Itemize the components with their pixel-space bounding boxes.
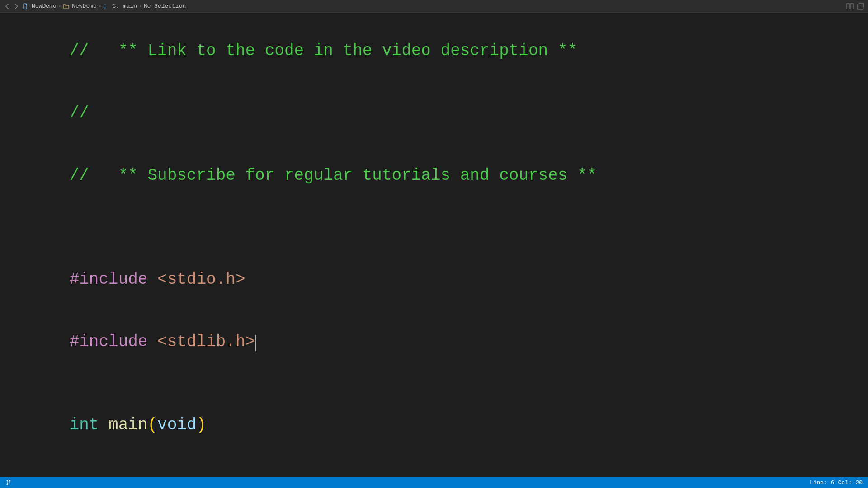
- titlebar: NewDemo › NewDemo › C C: main › No Selec…: [0, 0, 868, 13]
- code-icon: C: [103, 3, 109, 9]
- svg-text:C: C: [103, 4, 106, 9]
- breadcrumb-file[interactable]: C: main: [112, 3, 137, 9]
- breadcrumb: NewDemo › NewDemo › C C: main › No Selec…: [23, 3, 186, 9]
- comment-text-1: // ** Link to the code in the video desc…: [70, 42, 577, 60]
- file-icon: [23, 3, 29, 9]
- statusbar-right: Line: 6 Col: 20: [810, 479, 863, 486]
- back-button[interactable]: [4, 3, 11, 10]
- code-line-4: [11, 207, 857, 228]
- code-line-8: [11, 373, 857, 394]
- forward-button[interactable]: [13, 3, 20, 10]
- svg-rect-2: [847, 4, 849, 9]
- preprocessor-2: #include: [70, 333, 148, 351]
- include-path-1: <stdio.h>: [157, 270, 245, 289]
- editor[interactable]: // ** Link to the code in the video desc…: [0, 13, 868, 477]
- code-line-9: int main(void): [11, 394, 857, 456]
- statusbar: Line: 6 Col: 20: [0, 477, 868, 488]
- nav-buttons: [4, 3, 20, 10]
- svg-point-6: [7, 484, 8, 485]
- code-line-10: {: [11, 456, 857, 477]
- breadcrumb-sep-1: ›: [58, 4, 61, 9]
- code-line-3: // ** Subscribe for regular tutorials an…: [11, 145, 857, 207]
- code-line-7: #include <stdlib.h>: [11, 311, 857, 373]
- breadcrumb-project[interactable]: NewDemo: [32, 3, 57, 9]
- folder-icon: [63, 3, 69, 9]
- svg-point-4: [7, 480, 8, 482]
- code-line-2: //: [11, 82, 857, 145]
- split-editor-icon[interactable]: [846, 3, 854, 10]
- maximize-icon[interactable]: [857, 3, 864, 10]
- preprocessor-1: #include: [70, 270, 148, 289]
- open-paren: (: [147, 416, 157, 434]
- breadcrumb-folder[interactable]: NewDemo: [72, 3, 97, 9]
- breadcrumb-selection[interactable]: No Selection: [144, 3, 186, 9]
- line-col-indicator[interactable]: Line: 6 Col: 20: [810, 479, 863, 486]
- breadcrumb-sep-3: ›: [139, 4, 142, 9]
- type-keyword: int: [70, 416, 99, 434]
- code-line-1: // ** Link to the code in the video desc…: [11, 20, 857, 82]
- git-branch-icon: [5, 479, 12, 486]
- statusbar-left: [5, 479, 12, 486]
- comment-text-2: //: [70, 104, 89, 122]
- code-line-5: [11, 228, 857, 249]
- source-control-icon-area[interactable]: [5, 479, 12, 486]
- function-name: main: [108, 416, 147, 434]
- include-path-2: <stdlib.h>: [157, 333, 255, 351]
- comment-text-3: // ** Subscribe for regular tutorials an…: [70, 166, 597, 185]
- text-cursor: [255, 335, 256, 351]
- svg-point-5: [9, 480, 11, 482]
- code-editor[interactable]: // ** Link to the code in the video desc…: [0, 13, 868, 477]
- titlebar-right: [846, 3, 864, 10]
- close-paren: ): [197, 416, 207, 434]
- svg-rect-3: [850, 4, 853, 9]
- breadcrumb-sep-2: ›: [99, 4, 102, 9]
- param-void: void: [157, 416, 196, 434]
- code-line-6: #include <stdio.h>: [11, 249, 857, 311]
